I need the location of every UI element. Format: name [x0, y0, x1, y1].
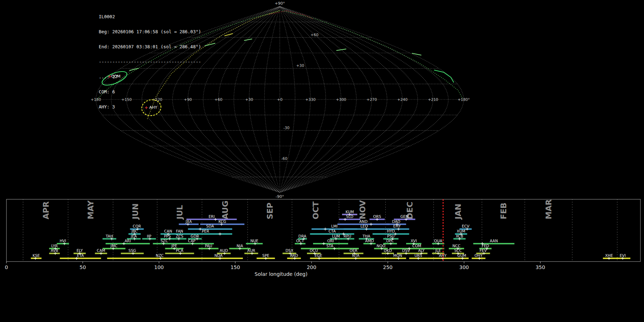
shower-label: SLD	[346, 214, 353, 219]
lon-label: +330	[305, 97, 316, 102]
meteor-trail	[225, 34, 233, 36]
shower-label: GDR	[191, 234, 199, 238]
shower-label: EGE	[314, 253, 322, 258]
shower-label: DRA	[298, 234, 307, 238]
shower-label: ELY	[77, 248, 83, 253]
month-label: APR	[42, 201, 50, 219]
x-tick-label: 150	[230, 264, 240, 270]
lon-label: +300	[336, 97, 346, 102]
lon-label: +60	[215, 97, 223, 102]
x-tick-label: 300	[459, 264, 469, 270]
shower-label: ERI	[209, 214, 215, 219]
shower-label: NDA	[214, 253, 223, 258]
shower-label: CAM	[97, 248, 106, 253]
shower-label: PPS	[164, 234, 171, 238]
shower-label: PSU	[387, 234, 395, 238]
shower-label: DSV	[402, 248, 410, 253]
shower-label: ETA	[77, 253, 84, 258]
shower-label: NTA	[352, 253, 360, 258]
shower-label: MON	[393, 253, 402, 258]
shower-label: CAP	[188, 239, 196, 243]
shower-label: SCC	[454, 248, 462, 253]
separator-line: --------------------------------------	[99, 59, 201, 64]
lon-label: +210	[428, 97, 438, 102]
session-begin: Beg: 20260106 17:06:58 (sol = 286.03°)	[99, 29, 201, 34]
x-tick-label: 50	[79, 264, 86, 270]
shower-label: GUM	[457, 253, 466, 258]
month-label: OCT	[311, 201, 320, 219]
shower-label: LMI	[331, 224, 338, 228]
shower-label: URS	[414, 253, 422, 258]
shower-label: PCA	[176, 248, 184, 253]
shower-label: DAD	[392, 219, 400, 224]
x-tick-label: 0	[5, 264, 8, 270]
shower-label: OER	[350, 248, 357, 253]
shower-label: FED	[482, 244, 489, 248]
right-green-arc	[434, 70, 454, 82]
shower-label: ZCS	[176, 234, 184, 238]
shower-label: COR	[133, 224, 141, 228]
session-id: IL0002	[99, 14, 201, 19]
shower-label: IIP	[147, 234, 151, 238]
shower-label: NOO	[377, 244, 385, 248]
shower-label: NUE	[250, 239, 258, 243]
shower-label: HYD	[387, 229, 395, 233]
month-label: JUN	[131, 204, 140, 220]
count-ahy: AHY: 3	[99, 104, 201, 109]
shower-label: ARI	[125, 239, 131, 243]
shower-label: AVB	[51, 248, 58, 253]
shower-label: JMC	[110, 244, 118, 248]
shower-label: JLE	[435, 248, 441, 253]
shower-label: AUD	[220, 248, 228, 253]
count-com: COM: 6	[99, 89, 201, 94]
shower-label: ORI	[327, 239, 334, 243]
lat-label: +30	[296, 63, 304, 68]
shower-label: JXA	[185, 219, 192, 224]
shower-label: JPE	[171, 244, 177, 248]
shower-label: AAN	[490, 239, 498, 243]
month-label: JAN	[454, 204, 463, 220]
shower-label: ECV	[462, 224, 470, 228]
meteor-trail	[337, 49, 346, 50]
lat-label: +60	[311, 33, 318, 37]
shower-label: XVI	[411, 239, 417, 243]
shower-label: OCU	[309, 248, 318, 253]
shower-label: EVI	[620, 253, 626, 258]
lon-label: +240	[397, 97, 408, 102]
shower-label: FEV	[479, 248, 487, 253]
pole-label-south: -90°	[275, 194, 284, 199]
shower-label: SPE	[262, 253, 269, 258]
shower-label: KUM	[346, 210, 354, 214]
shower-label: THA	[362, 234, 370, 238]
shower-label: STA	[326, 244, 333, 248]
shower-label: NZC	[156, 253, 164, 258]
x-axis-label: Solar longitude (deg)	[255, 271, 308, 277]
shower-label: LYR	[51, 244, 58, 248]
shower-label: RPU	[343, 234, 351, 238]
activity-chart: APRMAYJUNJULAUGSEPOCTNOVDECJANFEBMARKUME…	[5, 199, 640, 277]
month-label: FEB	[499, 203, 508, 219]
shower-label: AND	[359, 219, 367, 224]
shower-label: XUM	[457, 229, 465, 233]
month-label: MAR	[544, 199, 553, 219]
month-label: JUL	[175, 205, 184, 220]
shower-label: ORS	[373, 214, 381, 219]
x-tick-label: 250	[383, 264, 393, 270]
shower-label: DSX	[286, 248, 293, 253]
shower-label: ARD	[290, 253, 298, 258]
shower-label: GEM	[400, 214, 409, 219]
lat-label: -60	[281, 156, 287, 161]
shower-label: TAH	[105, 234, 113, 238]
shower-label: SSG	[128, 248, 136, 253]
shower-label: LUM	[332, 234, 340, 238]
x-tick-label: 200	[307, 264, 316, 270]
shower-label: QUA	[434, 239, 443, 243]
shower-label: AUR	[247, 248, 255, 253]
shower-label: XCB	[456, 234, 463, 238]
shower-label: HVI	[60, 239, 66, 243]
shower-label: JEA	[131, 234, 137, 238]
shower-label: EHY	[393, 224, 401, 228]
shower-label: SZC	[161, 239, 168, 243]
shower-label: CTA	[328, 229, 336, 233]
shower-label: ALY	[418, 248, 425, 253]
